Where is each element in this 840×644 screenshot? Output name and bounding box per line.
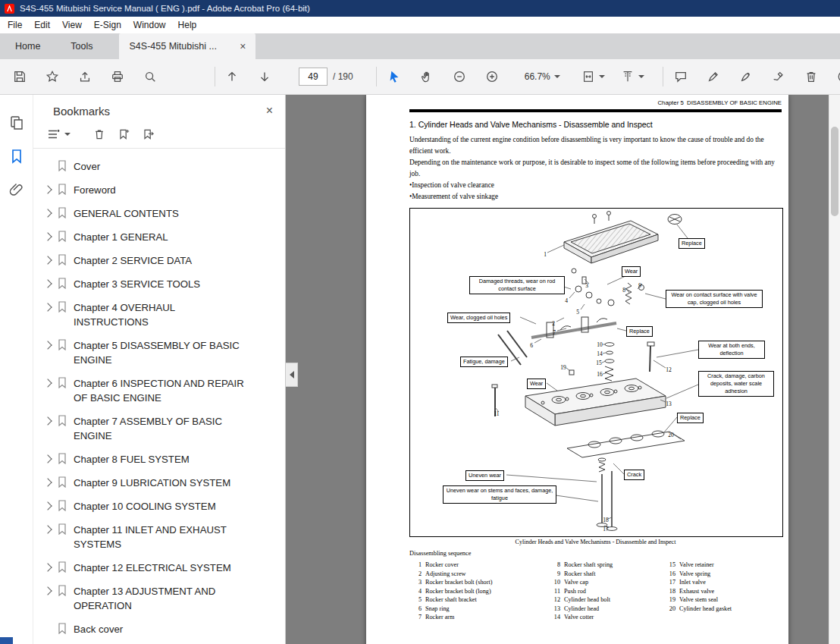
- highlight-button[interactable]: [703, 66, 724, 87]
- search-button[interactable]: [139, 66, 161, 87]
- hand-tool-button[interactable]: [416, 66, 437, 87]
- menu-item[interactable]: E-Sign: [88, 17, 127, 33]
- chevron-right-icon[interactable]: [43, 416, 52, 425]
- bookmark-item[interactable]: Chapter 11 INLET AND EXHAUST SYSTEMS: [33, 518, 285, 556]
- part-number: 5: [576, 309, 579, 316]
- bookmark-item[interactable]: Chapter 3 SERVICE TOOLS: [33, 272, 285, 296]
- menubar: FileEditViewE-SignWindowHelp: [0, 17, 840, 33]
- bookmark-item[interactable]: Chapter 13 ADJUSTMENT AND OPERATION: [33, 580, 285, 617]
- bookmark-item[interactable]: Chapter 9 LUBRICATION SYSTEM: [33, 471, 285, 495]
- menu-item[interactable]: File: [2, 17, 28, 33]
- sequence-name: Adjusting screw: [425, 570, 465, 579]
- attachments-panel-button[interactable]: [5, 178, 28, 201]
- delete-bookmark-button[interactable]: [93, 128, 105, 140]
- bookmark-item[interactable]: Cover: [33, 155, 285, 178]
- chevron-right-icon[interactable]: [43, 454, 52, 463]
- bookmark-item[interactable]: Chapter 6 INSPECTION AND REPAIR OF BASIC…: [33, 372, 285, 410]
- fit-width-dropdown[interactable]: [581, 70, 605, 83]
- bookmark-item[interactable]: Chapter 10 COOLING SYSTEM: [33, 495, 285, 518]
- menu-item[interactable]: Window: [127, 17, 172, 33]
- figure-callout: Uneven wear: [465, 470, 504, 481]
- pdf-page: Chapter 5 DISASSEMBLY OF BASIC ENGINE 1.…: [366, 95, 788, 644]
- chevron-right-icon[interactable]: [43, 341, 52, 349]
- vertical-scrollbar[interactable]: [829, 95, 840, 644]
- chevron-right-icon[interactable]: [43, 279, 52, 287]
- pages-panel-button[interactable]: [5, 112, 28, 134]
- toolbar: / 190 66.7%: [0, 59, 840, 95]
- exploded-view-figure: Replace Wear Damaged threads, wear on ro…: [409, 208, 783, 537]
- window-title: S4S-455 Mitubishi Service Manual ( ENG )…: [20, 4, 310, 13]
- bookmark-item[interactable]: Foreword: [33, 178, 285, 202]
- page-up-button[interactable]: [221, 66, 243, 87]
- page-view-dropdown[interactable]: [621, 70, 644, 83]
- select-tool-button[interactable]: [384, 66, 405, 87]
- chevron-right-icon[interactable]: [43, 478, 52, 486]
- bookmark-label: Chapter 11 INLET AND EXHAUST SYSTEMS: [74, 523, 249, 551]
- toolbar-separator: [376, 67, 377, 86]
- bookmark-item[interactable]: Chapter 8 FUEL SYSTEM: [33, 448, 285, 471]
- sign-button[interactable]: [735, 66, 757, 87]
- sequence-number: 4: [409, 587, 422, 596]
- bookmark-item[interactable]: Rear cover: [33, 641, 285, 644]
- tab-document[interactable]: S4S-455 Mitubishi ... ×: [119, 33, 255, 59]
- menu-item[interactable]: Edit: [28, 17, 56, 33]
- chevron-right-icon[interactable]: [43, 256, 52, 264]
- chevron-right-icon[interactable]: [43, 563, 52, 571]
- sequence-item: 8Rocker shaft spring: [548, 561, 613, 570]
- fill-sign-button[interactable]: [768, 66, 789, 87]
- chevron-right-icon[interactable]: [43, 501, 52, 510]
- bookmark-item[interactable]: GENERAL CONTENTS: [33, 202, 285, 225]
- star-button[interactable]: [42, 66, 63, 87]
- zoom-out-button[interactable]: [449, 66, 470, 87]
- save-button[interactable]: [9, 66, 30, 87]
- bookmark-options-button[interactable]: [47, 128, 71, 140]
- zoom-level-dropdown[interactable]: 66.7%: [525, 71, 560, 82]
- page-down-button[interactable]: [254, 66, 275, 87]
- chevron-right-icon[interactable]: [43, 303, 52, 311]
- bookmark-label: Back cover: [74, 622, 123, 636]
- tab-home[interactable]: Home: [0, 33, 55, 59]
- bookmark-item[interactable]: Chapter 7 ASSEMBLY OF BASIC ENGINE: [33, 410, 285, 448]
- bookmark-item[interactable]: Back cover: [33, 617, 285, 641]
- collapse-panel-button[interactable]: [286, 363, 298, 387]
- bookmark-item[interactable]: Chapter 4 OVERHAUL INSTRUCTIONS: [33, 296, 285, 334]
- share-button[interactable]: [74, 66, 96, 87]
- chevron-right-icon[interactable]: [43, 379, 52, 387]
- bullet-line: •Inspection of valve clearance: [409, 180, 782, 191]
- chevron-right-icon[interactable]: [43, 586, 52, 595]
- close-tab-icon[interactable]: ×: [238, 40, 247, 52]
- menu-item[interactable]: Help: [172, 17, 203, 33]
- chevron-right-icon[interactable]: [43, 209, 52, 217]
- sequence-name: Inlet valve: [679, 578, 706, 587]
- sequence-number: 16: [663, 570, 675, 579]
- body-text: Understanding of the current engine cond…: [409, 134, 782, 203]
- bookmark-item[interactable]: Chapter 1 GENERAL: [33, 225, 285, 249]
- page-number-input[interactable]: [299, 68, 328, 86]
- new-bookmark-button[interactable]: [118, 128, 130, 140]
- tab-tools[interactable]: Tools: [55, 33, 108, 59]
- chevron-right-icon[interactable]: [43, 232, 52, 240]
- sequence-number: 7: [409, 613, 422, 622]
- print-button[interactable]: [107, 66, 128, 87]
- sequence-name: Cylinder head bolt: [564, 595, 610, 605]
- part-number: 8: [622, 287, 625, 294]
- scrollbar-thumb[interactable]: [831, 127, 838, 216]
- bookmark-item[interactable]: Chapter 5 DISASSEMBLY OF BASIC ENGINE: [33, 334, 285, 372]
- close-panel-icon[interactable]: ×: [266, 104, 273, 118]
- bookmarks-panel-button[interactable]: [5, 145, 28, 168]
- document-canvas[interactable]: Chapter 5 DISASSEMBLY OF BASIC ENGINE 1.…: [286, 95, 840, 644]
- delete-button[interactable]: [801, 66, 822, 87]
- bookmark-item[interactable]: Chapter 2 SERVICE DATA: [33, 249, 285, 272]
- sequence-title: Disassembling sequence: [409, 550, 471, 557]
- bookmark-label: Chapter 7 ASSEMBLY OF BASIC ENGINE: [74, 414, 249, 443]
- bookmark-item[interactable]: Chapter 12 ELECTRICAL SYSTEM: [33, 556, 285, 580]
- goto-bookmark-button[interactable]: [142, 128, 154, 140]
- comment-button[interactable]: [670, 66, 691, 87]
- chevron-right-icon[interactable]: [43, 525, 52, 533]
- sequence-item: 20Cylinder head gasket: [663, 605, 732, 614]
- chevron-right-icon[interactable]: [43, 185, 52, 193]
- figure-callout: Damaged threads, wear on rod contact sur…: [469, 276, 565, 294]
- more-tools-button[interactable]: [833, 66, 840, 87]
- menu-item[interactable]: View: [56, 17, 88, 33]
- zoom-in-button[interactable]: [481, 66, 503, 87]
